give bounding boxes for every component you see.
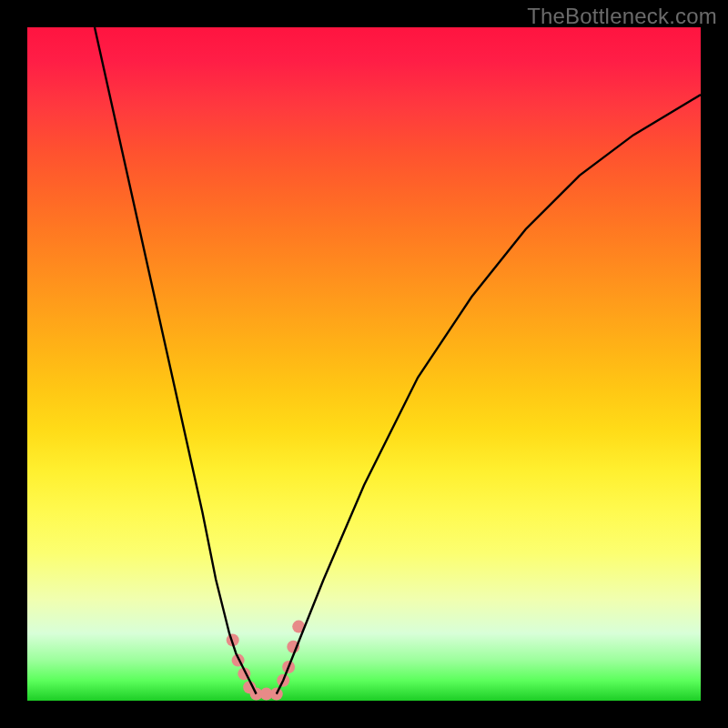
bottleneck-curve [27,27,701,701]
watermark-text: TheBottleneck.com [527,4,717,29]
curve-left-branch [95,27,257,694]
trough-markers [227,621,306,701]
plot-area [27,27,701,701]
curve-right-branch [277,95,701,694]
